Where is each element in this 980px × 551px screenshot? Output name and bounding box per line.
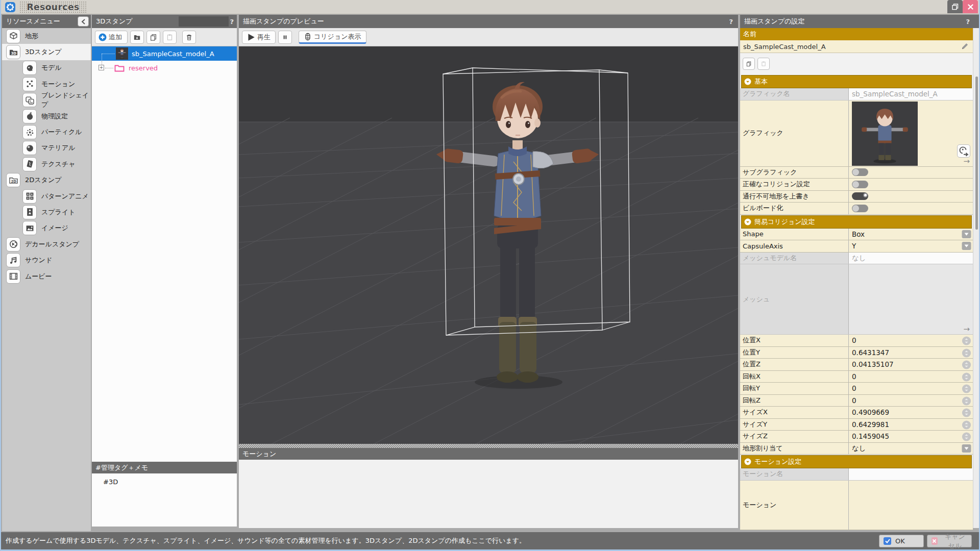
tag-value: #3D <box>103 478 118 486</box>
sub-graphic-toggle[interactable] <box>852 168 868 176</box>
setting-value-rot-x[interactable]: 0 <box>849 371 973 383</box>
expander-icon[interactable]: + <box>99 65 104 70</box>
preview-help-button[interactable]: ? <box>729 15 733 28</box>
sidebar-item-material[interactable]: マテリアル <box>2 140 91 156</box>
delete-button[interactable] <box>182 31 196 44</box>
close-button[interactable] <box>963 0 978 13</box>
setting-value-impassable-overwrite[interactable] <box>849 191 973 203</box>
ok-button[interactable]: OK <box>879 535 924 547</box>
sidebar-item-motion[interactable]: モーション <box>2 76 91 92</box>
sidebar-item-folder-2d[interactable]: 2D2Dスタンプ <box>2 172 91 188</box>
setting-value-shape[interactable]: Box <box>849 229 973 240</box>
dropdown-icon[interactable] <box>962 444 971 453</box>
spinner-icon[interactable] <box>962 432 971 441</box>
sound-icon <box>6 253 20 267</box>
dropdown-icon[interactable] <box>962 230 971 238</box>
setting-label-mesh: メッシュ <box>740 264 849 334</box>
tree-item-folder[interactable]: +reserved <box>92 61 237 75</box>
setting-value-pos-y[interactable]: 0.6431347 <box>849 347 973 359</box>
tree-connector <box>102 54 102 61</box>
paste-button[interactable] <box>163 31 177 44</box>
settings-row-rot-y: 回転Y0 <box>740 383 973 395</box>
sidebar-item-pattern-anime[interactable]: パターンアニメ <box>2 188 91 204</box>
setting-value-size-z[interactable]: 0.1459045 <box>849 431 973 442</box>
spinner-icon[interactable] <box>962 372 971 381</box>
spinner-icon[interactable] <box>962 336 971 345</box>
collapse-sidebar-button[interactable] <box>78 16 89 27</box>
tree-item-model[interactable]: sb_SampleCast_model_A <box>92 46 237 61</box>
spinner-icon[interactable] <box>962 420 971 429</box>
setting-value-pos-z[interactable]: 0.04135107 <box>849 359 973 370</box>
settings-scrollbar[interactable] <box>973 28 980 528</box>
collision-display-toggle[interactable]: コリジョン表示 <box>299 31 366 44</box>
new-folder-button[interactable] <box>130 31 144 44</box>
setting-value-size-x[interactable]: 0.4909669 <box>849 407 973 418</box>
sidebar-item-folder-3d[interactable]: 3D3Dスタンプ <box>2 44 91 60</box>
cancel-x-icon <box>932 537 938 545</box>
name-value: sb_SampleCast_model_A <box>743 43 826 51</box>
sidebar-item-model[interactable]: モデル <box>2 60 91 76</box>
sidebar-item-decal[interactable]: デカールスタンプ <box>2 236 91 252</box>
tree-connector <box>105 68 113 68</box>
motion-timeline-area[interactable] <box>239 460 738 528</box>
stamp-help-button[interactable]: ? <box>230 15 234 28</box>
setting-label-graphic-name: グラフィック名 <box>740 88 849 100</box>
cancel-button[interactable]: キャンセル <box>927 535 972 547</box>
chevron-down-icon <box>744 218 751 226</box>
spinner-icon[interactable] <box>962 348 971 357</box>
spinner-icon[interactable] <box>962 396 971 405</box>
splitter-handle[interactable] <box>239 444 738 448</box>
setting-value-billboard[interactable] <box>849 203 973 214</box>
sidebar-item-sound[interactable]: サウンド <box>2 252 91 268</box>
tags-memo-area[interactable]: #3D <box>92 473 237 527</box>
pause-button[interactable] <box>278 31 292 44</box>
swap-model-icon[interactable] <box>957 144 970 158</box>
sidebar-item-terrain[interactable]: 地形 <box>2 28 91 44</box>
sidebar-item-particle[interactable]: パーティクル <box>2 124 91 140</box>
setting-value-pos-x[interactable]: 0 <box>849 335 973 346</box>
dropdown-icon[interactable] <box>962 242 971 251</box>
section-header-section-simple-collision[interactable]: 簡易コリジョン設定 <box>741 215 972 229</box>
sidebar-item-blendshape[interactable]: ブレンドシェイプ <box>2 92 91 108</box>
duplicate-button[interactable] <box>146 31 160 44</box>
search-input[interactable] <box>179 16 229 27</box>
settings-title: 描画スタンプの設定 <box>744 17 805 26</box>
add-button[interactable]: 追加 <box>95 31 128 44</box>
setting-value-motion[interactable] <box>849 481 973 530</box>
settings-row-shape: ShapeBox <box>740 229 973 241</box>
folder-3d-icon: 3D <box>6 45 20 59</box>
accurate-collision-toggle[interactable] <box>852 181 868 188</box>
impassable-overwrite-toggle[interactable] <box>852 192 868 200</box>
setting-value-rot-z[interactable]: 0 <box>849 395 973 407</box>
section-header-section-motion[interactable]: モーション設定 <box>741 455 972 468</box>
graphic-thumbnail[interactable] <box>852 102 918 166</box>
sidebar-item-sprite[interactable]: スプライト <box>2 204 91 220</box>
setting-value-capsule-axis[interactable]: Y <box>849 240 973 252</box>
spinner-icon[interactable] <box>962 384 971 393</box>
section-header-section-basic[interactable]: 基本 <box>741 75 972 88</box>
sidebar-item-physics[interactable]: 物理設定 <box>2 108 91 124</box>
sidebar-item-texture[interactable]: テクスチャ <box>2 156 91 172</box>
setting-value-size-y[interactable]: 0.6429981 <box>849 419 973 431</box>
copy-settings-button[interactable] <box>743 58 755 70</box>
sidebar-item-movie[interactable]: ムービー <box>2 268 91 284</box>
setting-value-graphic[interactable]: → <box>849 101 973 166</box>
play-button[interactable]: 再生 <box>242 31 276 44</box>
paste-settings-button[interactable] <box>757 58 770 70</box>
arrow-right-icon[interactable]: → <box>963 157 970 166</box>
3d-viewport[interactable] <box>239 46 738 444</box>
spinner-icon[interactable] <box>962 408 971 417</box>
arrow-right-icon[interactable]: → <box>963 324 970 334</box>
scrollbar-thumb[interactable] <box>975 77 978 230</box>
billboard-toggle[interactable] <box>852 205 868 212</box>
spinner-icon[interactable] <box>962 360 971 369</box>
sidebar-item-label: テクスチャ <box>41 160 76 169</box>
setting-value-terrain-assign[interactable]: なし <box>849 443 973 455</box>
sidebar-item-image[interactable]: イメージ <box>2 220 91 236</box>
restore-button[interactable] <box>947 0 963 13</box>
name-field[interactable]: sb_SampleCast_model_A <box>740 40 973 53</box>
setting-value-sub-graphic[interactable] <box>849 167 973 179</box>
settings-help-button[interactable]: ? <box>966 15 970 28</box>
setting-value-rot-y[interactable]: 0 <box>849 383 973 394</box>
setting-value-accurate-collision[interactable] <box>849 179 973 190</box>
